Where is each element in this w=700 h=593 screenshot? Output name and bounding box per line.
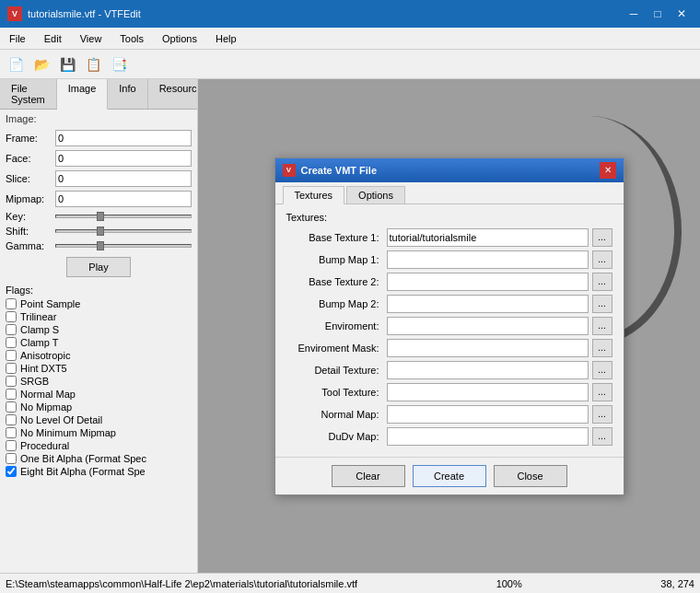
window-title: tutorialsmile.vtf - VTFEdit (28, 8, 141, 19)
menu-file[interactable]: File (0, 28, 35, 49)
tool-texture-input[interactable] (387, 383, 589, 401)
flag-clamp-t-checkbox[interactable] (6, 337, 17, 348)
base-texture-1-browse[interactable]: ... (592, 228, 612, 247)
modal-overlay: V Create VMT File ✕ Textures Options Tex… (198, 79, 700, 573)
normal-map-input[interactable] (387, 405, 589, 424)
detail-texture-browse[interactable]: ... (592, 361, 612, 379)
flag-clamp-s-checkbox[interactable] (6, 324, 17, 335)
texture-row-base2: Base Texture 2: ... (286, 273, 612, 291)
panel-tab-bar: File System Image Info Resources (0, 79, 197, 110)
frame-label: Frame: (6, 133, 52, 144)
toolbar-save[interactable]: 💾 (55, 52, 79, 76)
dialog-title-bar: V Create VMT File ✕ (275, 158, 624, 182)
flag-anisotropic: Anisotropic (6, 349, 192, 362)
bump-map-1-browse[interactable]: ... (592, 250, 612, 269)
toolbar-copy[interactable]: 📋 (81, 52, 105, 76)
title-bar: V tutorialsmile.vtf - VTFEdit ─ □ ✕ (0, 0, 700, 28)
flag-anisotropic-checkbox[interactable] (6, 350, 17, 361)
menu-bar: File Edit View Tools Options Help (0, 28, 700, 50)
toolbar-new[interactable]: 📄 (4, 52, 28, 76)
gamma-slider[interactable] (55, 244, 192, 248)
gamma-row: Gamma: (0, 238, 197, 253)
flag-trilinear-checkbox[interactable] (6, 311, 17, 322)
flag-point-sample: Point Sample (6, 297, 192, 310)
tab-image[interactable]: Image (57, 79, 109, 110)
bump-map-2-browse[interactable]: ... (592, 295, 612, 313)
tool-texture-label: Tool Texture: (286, 387, 383, 398)
toolbar-paste[interactable]: 📑 (107, 52, 131, 76)
texture-row-env: Enviroment: ... (286, 317, 612, 335)
close-button[interactable]: ✕ (671, 4, 693, 24)
maximize-button[interactable]: □ (647, 4, 669, 24)
menu-options[interactable]: Options (153, 28, 206, 49)
base-texture-2-input[interactable] (387, 273, 589, 291)
tab-resources[interactable]: Resources (148, 79, 198, 109)
dudv-map-input[interactable] (387, 427, 589, 446)
flags-label: Flags: (6, 285, 192, 296)
flag-hint-dxt5-checkbox[interactable] (6, 363, 17, 374)
dudv-map-browse[interactable]: ... (592, 427, 612, 446)
flag-eight-bit-alpha-checkbox[interactable] (6, 466, 17, 477)
face-input[interactable] (55, 150, 192, 167)
enviroment-mask-browse[interactable]: ... (592, 339, 612, 357)
menu-edit[interactable]: Edit (35, 28, 71, 49)
mipmap-input[interactable] (55, 191, 192, 207)
texture-row-tool: Tool Texture: ... (286, 383, 612, 401)
dialog-icon: V (283, 164, 296, 177)
normal-map-browse[interactable]: ... (592, 405, 612, 424)
enviroment-mask-input[interactable] (387, 339, 589, 357)
dialog-tab-textures[interactable]: Textures (283, 186, 345, 204)
dialog-close-title-button[interactable]: ✕ (600, 162, 616, 179)
flag-srgb-checkbox[interactable] (6, 376, 17, 387)
clear-button[interactable]: Clear (332, 465, 405, 487)
bump-map-2-input[interactable] (387, 295, 589, 313)
flag-one-bit-alpha-checkbox[interactable] (6, 453, 17, 464)
toolbar-open[interactable]: 📂 (29, 52, 53, 76)
key-slider[interactable] (55, 215, 192, 218)
texture-row-normal: Normal Map: ... (286, 405, 612, 424)
texture-row-bump1: Bump Map 1: ... (286, 250, 612, 269)
left-panel: File System Image Info Resources Image: … (0, 79, 198, 573)
texture-row-dudv: DuDv Map: ... (286, 427, 612, 446)
flag-no-lod-checkbox[interactable] (6, 414, 17, 425)
mipmap-label: Mipmap: (6, 193, 52, 204)
flag-no-mipmap: No Mipmap (6, 401, 192, 413)
enviroment-input[interactable] (387, 317, 589, 335)
dialog-close-button[interactable]: Close (494, 465, 567, 487)
flag-normal-map-checkbox[interactable] (6, 389, 17, 400)
base-texture-2-browse[interactable]: ... (592, 273, 612, 291)
status-coords: 38, 274 (660, 578, 694, 589)
key-row: Key: (0, 209, 197, 224)
tab-info[interactable]: Info (108, 79, 147, 109)
dialog-content: Textures: Base Texture 1: ... Bump Map 1… (275, 204, 624, 457)
dialog-tab-options[interactable]: Options (346, 186, 405, 203)
tool-texture-browse[interactable]: ... (592, 383, 612, 401)
base-texture-1-input[interactable] (387, 228, 589, 247)
flag-procedural: Procedural (6, 439, 192, 452)
bump-map-1-input[interactable] (387, 250, 589, 269)
frame-input[interactable] (55, 130, 192, 146)
bump-map-1-label: Bump Map 1: (286, 254, 383, 265)
shift-slider[interactable] (55, 229, 192, 233)
texture-row-base1: Base Texture 1: ... (286, 228, 612, 247)
menu-view[interactable]: View (71, 28, 111, 49)
flag-no-mipmap-checkbox[interactable] (6, 401, 17, 413)
slice-input[interactable] (55, 170, 192, 187)
flag-no-min-mipmap-checkbox[interactable] (6, 427, 17, 438)
flag-one-bit-alpha: One Bit Alpha (Format Spec (6, 452, 192, 465)
menu-tools[interactable]: Tools (111, 28, 153, 49)
minimize-button[interactable]: ─ (623, 4, 645, 24)
play-button[interactable]: Play (66, 257, 131, 277)
tab-filesystem[interactable]: File System (0, 79, 57, 109)
face-row: Face: (0, 148, 197, 169)
detail-texture-input[interactable] (387, 361, 589, 379)
flag-procedural-checkbox[interactable] (6, 440, 17, 451)
flag-srgb: SRGB (6, 375, 192, 388)
mipmap-row: Mipmap: (0, 189, 197, 209)
menu-help[interactable]: Help (206, 28, 246, 49)
flag-point-sample-checkbox[interactable] (6, 298, 17, 309)
enviroment-browse[interactable]: ... (592, 317, 612, 335)
create-button[interactable]: Create (413, 465, 486, 487)
slice-label: Slice: (6, 173, 52, 184)
content-area: V Create VMT File ✕ Textures Options Tex… (198, 79, 700, 573)
